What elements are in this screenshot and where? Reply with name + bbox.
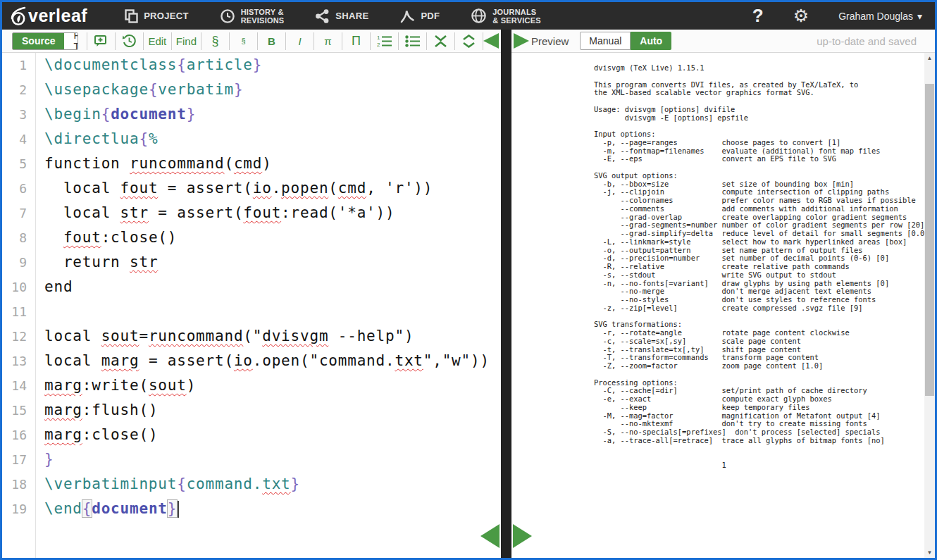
track-changes-button[interactable] xyxy=(116,32,143,50)
editor-line[interactable]: 16marg:close() xyxy=(2,423,501,447)
edit-menu-button[interactable]: Edit xyxy=(144,32,171,50)
editor-line[interactable]: 7 local str = assert(fout:read('*a')) xyxy=(2,201,501,225)
help-icon[interactable]: ? xyxy=(752,5,764,27)
display-math-button[interactable]: Π xyxy=(342,32,370,50)
line-code: function runcommand(cmd) xyxy=(36,151,272,176)
nav-history-revisions[interactable]: HISTORY &REVISIONS xyxy=(220,8,285,25)
scroll-up-icon[interactable]: ▲ xyxy=(924,55,935,61)
gear-icon[interactable]: ⚙ xyxy=(793,6,809,26)
bullet-list-button[interactable] xyxy=(399,32,426,50)
scroll-down-icon[interactable]: ▼ xyxy=(924,549,935,556)
preview-scrollbar[interactable]: ▲ ▼ xyxy=(924,53,935,558)
chevron-down-icon: ▾ xyxy=(917,11,922,22)
find-button[interactable]: Find xyxy=(172,32,201,50)
hide-editor-arrow[interactable] xyxy=(483,33,499,49)
editor-line[interactable]: 19\end{document} xyxy=(2,497,501,521)
line-number: 4 xyxy=(2,127,36,151)
manual-compile-button[interactable]: Manual xyxy=(580,32,631,50)
nav-pdf[interactable]: PDF xyxy=(399,8,440,24)
nav-project[interactable]: PROJECT xyxy=(124,9,189,23)
user-menu[interactable]: Graham Douglas ▾ xyxy=(838,11,922,22)
nav-share[interactable]: SHARE xyxy=(315,9,368,23)
overleaf-window: verleaf PROJECT HISTORY &REVISIONS xyxy=(0,0,937,560)
user-name: Graham Douglas xyxy=(838,11,913,22)
editor-line[interactable]: 2\usepackage{verbatim} xyxy=(2,77,501,102)
inline-math-button[interactable]: π xyxy=(314,32,342,50)
editor-toolbar-icons: Edit Find § § B I π Π xyxy=(87,32,483,50)
editor-line[interactable]: 13local marg = assert(io.open("command.t… xyxy=(2,349,501,373)
bold-button[interactable]: B xyxy=(258,32,285,50)
auto-compile-button[interactable]: Auto xyxy=(631,32,671,50)
nav-project-label: PROJECT xyxy=(144,11,189,21)
pdf-icon xyxy=(399,8,415,24)
nav-items: PROJECT HISTORY &REVISIONS xyxy=(124,8,541,25)
pdf-preview[interactable]: dvisvgm (TeX Live) 1.15.1 This program c… xyxy=(511,53,935,558)
line-number: 10 xyxy=(2,275,36,299)
nav-share-label: SHARE xyxy=(335,11,368,21)
source-editor[interactable]: 1\documentclass{article}2\usepackage{ver… xyxy=(2,53,501,558)
expand-button[interactable] xyxy=(455,32,483,50)
scrollbar-thumb[interactable] xyxy=(925,84,934,396)
pane-splitter[interactable] xyxy=(501,30,511,558)
svg-text:1: 1 xyxy=(377,35,380,41)
hide-editor-arrow-bottom[interactable] xyxy=(480,524,499,548)
nav-right: ? ⚙ Graham Douglas ▾ xyxy=(752,5,922,27)
editor-line[interactable]: 3\begin{document} xyxy=(2,102,501,127)
line-code: local marg = assert(io.open("command.txt… xyxy=(36,349,490,373)
nav-pdf-label: PDF xyxy=(421,11,440,21)
show-preview-arrow[interactable] xyxy=(514,33,529,49)
line-number: 13 xyxy=(2,349,36,373)
editor-line[interactable]: 5function runcommand(cmd) xyxy=(2,151,501,176)
editor-line[interactable]: 18\verbatiminput{command.txt} xyxy=(2,472,501,497)
history-arrow-icon xyxy=(122,34,137,48)
line-code: marg:close() xyxy=(36,423,158,447)
code-lines: 1\documentclass{article}2\usepackage{ver… xyxy=(2,53,501,521)
editor-line[interactable]: 4\directlua{% xyxy=(2,127,501,151)
line-code: \verbatiminput{command.txt} xyxy=(36,472,300,497)
expand-icon xyxy=(462,35,476,48)
show-preview-arrow-bottom[interactable] xyxy=(513,524,532,548)
editor-line[interactable]: 6 local fout = assert(io.popen(cmd, 'r')… xyxy=(2,176,501,201)
svg-text:2: 2 xyxy=(377,42,380,48)
line-number: 15 xyxy=(2,398,36,423)
numbered-list-button[interactable]: 1 2 xyxy=(371,32,398,50)
globe-icon xyxy=(471,8,487,24)
compile-mode-toggle: Manual Auto xyxy=(580,32,671,50)
preview-toolbar: Preview Manual Auto up-to-date and saved xyxy=(511,30,935,53)
numbered-list-icon: 1 2 xyxy=(377,35,392,48)
line-code: end xyxy=(36,275,73,299)
editor-line[interactable]: 9 return str xyxy=(2,250,501,275)
line-number: 9 xyxy=(2,250,36,275)
line-code: marg:flush() xyxy=(36,398,158,423)
overleaf-leaf-o-icon xyxy=(9,6,27,26)
section-button[interactable]: § xyxy=(201,32,229,50)
collapse-button[interactable] xyxy=(427,32,454,50)
editor-line[interactable]: 14marg:write(sout) xyxy=(2,373,501,398)
text-cursor xyxy=(178,501,179,518)
italic-button[interactable]: I xyxy=(286,32,314,50)
line-code: \end{document} xyxy=(36,497,179,521)
editor-line[interactable]: 15marg:flush() xyxy=(2,398,501,423)
add-comment-button[interactable] xyxy=(87,32,115,50)
collapse-icon xyxy=(434,35,447,48)
editor-line[interactable]: 11 xyxy=(2,299,501,324)
editor-line[interactable]: 1\documentclass{article} xyxy=(2,53,501,77)
line-code: marg:write(sout) xyxy=(36,373,196,398)
top-nav: verleaf PROJECT HISTORY &REVISIONS xyxy=(2,2,935,30)
source-tab[interactable]: Source xyxy=(13,33,64,49)
editor-line[interactable]: 8 fout:close() xyxy=(2,225,501,250)
nav-journals-services[interactable]: JOURNALS& SERVICES xyxy=(471,8,540,25)
line-code: local str = assert(fout:read('*a')) xyxy=(36,201,395,225)
overleaf-logo[interactable]: verleaf xyxy=(9,6,87,26)
editor-toolbar: Source Rich Text xyxy=(2,30,501,53)
editor-line[interactable]: 12local sout=runcommand("dvisvgm --help"… xyxy=(2,324,501,349)
editor-line[interactable]: 17} xyxy=(2,447,501,472)
line-number: 5 xyxy=(2,151,36,176)
rich-text-tab[interactable]: Rich Text xyxy=(64,33,77,49)
line-code: \usepackage{verbatim} xyxy=(36,77,243,102)
line-code: local sout=runcommand("dvisvgm --help") xyxy=(36,324,414,349)
line-number: 3 xyxy=(2,102,36,127)
add-comment-icon xyxy=(94,35,108,48)
editor-line[interactable]: 10end xyxy=(2,275,501,299)
subsection-button[interactable]: § xyxy=(230,32,257,50)
